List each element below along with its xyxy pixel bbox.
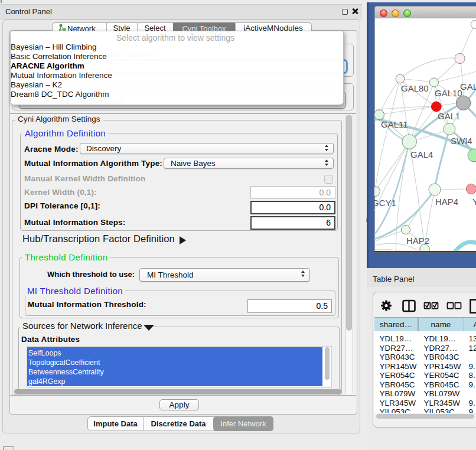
svg-text:GAL1: GAL1 <box>438 111 460 121</box>
svg-text:YJ: YJ <box>472 197 476 207</box>
svg-text:GCY1: GCY1 <box>374 198 396 208</box>
svg-text:HAP2: HAP2 <box>406 236 429 246</box>
svg-text:GAL80: GAL80 <box>401 83 429 93</box>
svg-text:GAL4: GAL4 <box>410 149 433 159</box>
svg-text:HAP4: HAP4 <box>435 197 458 207</box>
svg-text:GAL11: GAL11 <box>381 119 408 129</box>
svg-text:SWI4: SWI4 <box>451 136 472 146</box>
svg-text:GAL10: GAL10 <box>435 88 462 98</box>
svg-text:GAL7: GAL7 <box>460 81 476 92</box>
